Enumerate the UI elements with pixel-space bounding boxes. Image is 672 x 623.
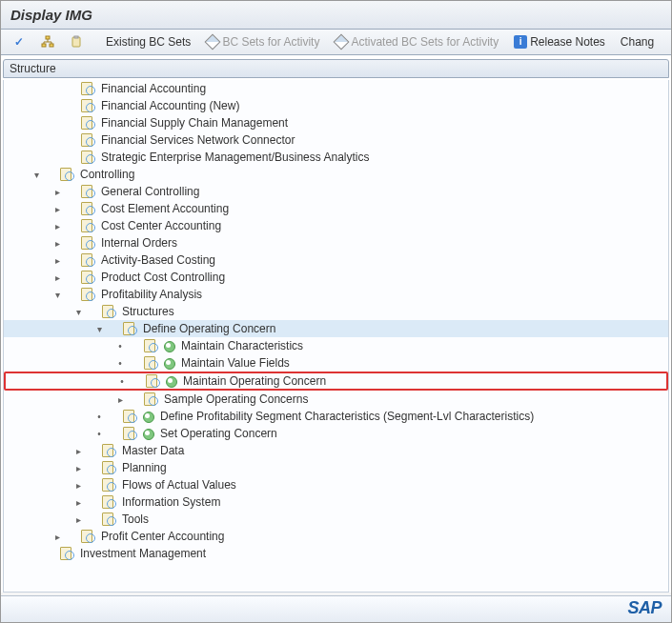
img-activity-icon[interactable] bbox=[122, 427, 137, 440]
tree-node-label[interactable]: Financial Supply Chain Management bbox=[99, 116, 288, 130]
execute-icon[interactable] bbox=[162, 356, 175, 370]
img-activity-icon[interactable] bbox=[101, 478, 116, 492]
tree-node-label[interactable]: General Controlling bbox=[99, 185, 199, 198]
tree-node-label[interactable]: Sample Operating Concerns bbox=[162, 392, 308, 406]
img-activity-icon[interactable] bbox=[80, 202, 95, 215]
tree-node-label[interactable]: Financial Accounting bbox=[99, 82, 206, 95]
tree-node-label[interactable]: Maintain Operating Concern bbox=[181, 374, 326, 388]
tree-row[interactable]: Maintain Operating Concern bbox=[4, 372, 668, 391]
existing-bc-sets-button[interactable]: Existing BC Sets bbox=[100, 33, 196, 50]
tree-node-label[interactable]: Profitability Analysis bbox=[99, 288, 202, 301]
tree-row[interactable]: Master Data bbox=[4, 442, 668, 459]
tree-row[interactable]: Internal Orders bbox=[4, 234, 668, 251]
img-activity-icon[interactable] bbox=[80, 99, 95, 112]
collapse-icon[interactable] bbox=[72, 307, 84, 317]
expand-icon[interactable] bbox=[51, 204, 63, 214]
tree-node-label[interactable]: Define Profitability Segment Characteris… bbox=[158, 410, 534, 423]
execute-icon[interactable] bbox=[141, 427, 154, 440]
tree-node-label[interactable]: Cost Element Accounting bbox=[99, 202, 229, 215]
tree-node-label[interactable]: Define Operating Concern bbox=[141, 322, 275, 335]
expand-icon[interactable] bbox=[72, 463, 84, 473]
tree-row[interactable]: Financial Services Network Connector bbox=[4, 131, 668, 149]
img-activity-icon[interactable] bbox=[80, 253, 95, 267]
tree-row[interactable]: Strategic Enterprise Management/Business… bbox=[4, 149, 668, 166]
tree-row[interactable]: Cost Element Accounting bbox=[4, 200, 668, 217]
tree-row[interactable]: Planning bbox=[4, 459, 668, 476]
release-notes-button[interactable]: i Release Notes bbox=[508, 33, 611, 50]
tree-node-label[interactable]: Investment Management bbox=[78, 547, 206, 560]
tree-node-label[interactable]: Information System bbox=[120, 495, 220, 509]
tree-row[interactable]: Financial Accounting (New) bbox=[4, 97, 668, 114]
tree-row[interactable]: Define Operating Concern bbox=[4, 320, 668, 337]
expand-icon[interactable] bbox=[51, 238, 63, 249]
img-activity-icon[interactable] bbox=[101, 495, 116, 509]
img-activity-icon[interactable] bbox=[59, 547, 74, 560]
img-activity-icon[interactable] bbox=[80, 530, 95, 543]
img-activity-icon[interactable] bbox=[80, 185, 95, 198]
toolbar-structure-button[interactable] bbox=[35, 33, 60, 50]
expand-icon[interactable] bbox=[72, 446, 84, 456]
tree-node-label[interactable]: Financial Services Network Connector bbox=[99, 133, 295, 147]
tree-node-label[interactable]: Strategic Enterprise Management/Business… bbox=[99, 151, 369, 164]
tree-node-label[interactable]: Internal Orders bbox=[99, 236, 177, 250]
execute-icon[interactable] bbox=[141, 410, 154, 423]
img-activity-icon[interactable] bbox=[101, 444, 116, 457]
expand-icon[interactable] bbox=[51, 187, 63, 197]
img-activity-icon[interactable] bbox=[122, 322, 137, 335]
toolbar-clipboard-button[interactable] bbox=[64, 33, 89, 50]
img-activity-icon[interactable] bbox=[143, 356, 158, 370]
tree-row[interactable]: Investment Management bbox=[4, 545, 668, 562]
tree-row[interactable]: Product Cost Controlling bbox=[4, 269, 668, 286]
tree-node-label[interactable]: Flows of Actual Values bbox=[120, 478, 236, 492]
img-activity-icon[interactable] bbox=[59, 168, 74, 181]
img-activity-icon[interactable] bbox=[80, 116, 95, 130]
img-activity-icon[interactable] bbox=[143, 339, 158, 352]
expand-icon[interactable] bbox=[72, 480, 84, 491]
img-activity-icon[interactable] bbox=[122, 410, 137, 423]
tree-node-label[interactable]: Structures bbox=[120, 305, 174, 318]
tree-row[interactable]: Set Operating Concern bbox=[4, 425, 668, 442]
tree-row[interactable]: Flows of Actual Values bbox=[4, 476, 668, 493]
img-activity-icon[interactable] bbox=[101, 305, 116, 318]
img-activity-icon[interactable] bbox=[80, 236, 95, 250]
tree-row[interactable]: Profit Center Accounting bbox=[4, 528, 668, 545]
tree-row[interactable]: Maintain Characteristics bbox=[4, 337, 668, 354]
execute-icon[interactable] bbox=[162, 339, 175, 352]
tree-node-label[interactable]: Profit Center Accounting bbox=[99, 530, 224, 543]
tree-node-label[interactable]: Planning bbox=[120, 461, 167, 474]
expand-icon[interactable] bbox=[51, 255, 63, 266]
expand-icon[interactable] bbox=[72, 497, 84, 508]
tree-node-label[interactable]: Controlling bbox=[78, 168, 134, 181]
collapse-icon[interactable] bbox=[31, 170, 42, 180]
tree-node-label[interactable]: Product Cost Controlling bbox=[99, 271, 225, 284]
tree-node-label[interactable]: Tools bbox=[120, 512, 149, 526]
collapse-icon[interactable] bbox=[51, 290, 63, 300]
img-activity-icon[interactable] bbox=[80, 133, 95, 147]
expand-icon[interactable] bbox=[51, 272, 63, 283]
expand-icon[interactable] bbox=[51, 532, 63, 542]
tree-node-label[interactable]: Cost Center Accounting bbox=[99, 219, 221, 232]
img-activity-icon[interactable] bbox=[101, 512, 116, 526]
expand-icon[interactable] bbox=[51, 221, 63, 231]
tree-row[interactable]: Information System bbox=[4, 493, 668, 511]
tree-node-label[interactable]: Activity-Based Costing bbox=[99, 253, 215, 267]
tree-row[interactable]: Activity-Based Costing bbox=[4, 251, 668, 269]
img-activity-icon[interactable] bbox=[80, 219, 95, 232]
tree-row[interactable]: Financial Supply Chain Management bbox=[4, 114, 668, 131]
img-activity-icon[interactable] bbox=[80, 82, 95, 95]
tree-row[interactable]: Controlling bbox=[4, 166, 668, 183]
tree-row[interactable]: Maintain Value Fields bbox=[4, 354, 668, 372]
tree-row[interactable]: Financial Accounting bbox=[4, 80, 668, 97]
img-activity-icon[interactable] bbox=[80, 271, 95, 284]
tree-node-label[interactable]: Maintain Value Fields bbox=[179, 356, 290, 370]
collapse-icon[interactable] bbox=[93, 324, 105, 334]
activated-bc-sets-button[interactable]: Activated BC Sets for Activity bbox=[329, 33, 504, 50]
tree-row[interactable]: Cost Center Accounting bbox=[4, 217, 668, 234]
tree-row[interactable]: Define Profitability Segment Characteris… bbox=[4, 408, 668, 425]
tree-node-label[interactable]: Maintain Characteristics bbox=[179, 339, 303, 352]
tree-row[interactable]: Sample Operating Concerns bbox=[4, 391, 668, 408]
tree-row[interactable]: Tools bbox=[4, 511, 668, 528]
tree-node-label[interactable]: Financial Accounting (New) bbox=[99, 99, 239, 112]
img-activity-icon[interactable] bbox=[145, 374, 160, 388]
img-activity-icon[interactable] bbox=[80, 151, 95, 164]
